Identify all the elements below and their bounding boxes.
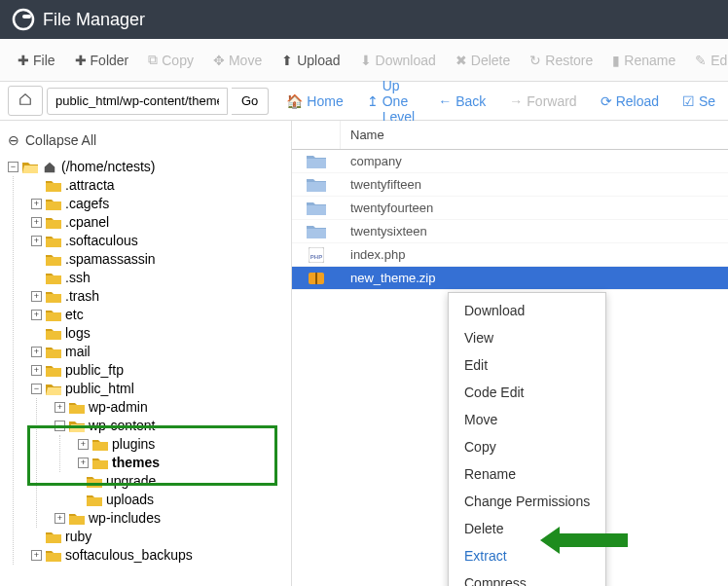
file-icon: PHP (292, 247, 341, 263)
tree-toggle[interactable]: + (31, 550, 42, 561)
app-title: File Manager (43, 10, 145, 30)
file-row[interactable]: company (292, 150, 728, 173)
tree-toggle[interactable]: − (8, 162, 18, 172)
download-button[interactable]: ⬇Download (350, 47, 446, 74)
reload-link[interactable]: ⟳Reload (591, 88, 669, 115)
tree-toggle[interactable]: + (31, 310, 42, 320)
context-menu-compress[interactable]: Compress (449, 569, 605, 586)
tree-item-label: public_ftp (65, 362, 124, 379)
tree-toggle[interactable]: − (31, 384, 42, 394)
file-name: twentysixteen (341, 224, 437, 238)
context-menu-move[interactable]: Move (449, 406, 605, 433)
tree-item-label: logs (65, 325, 91, 342)
folder-icon (46, 216, 61, 230)
folder-icon (46, 549, 61, 563)
tree-item-label: public_html (65, 381, 134, 397)
tree-item-logs[interactable]: logs (31, 324, 283, 343)
delete-button[interactable]: ✖Delete (446, 47, 520, 74)
folder-icon (46, 364, 61, 378)
context-menu-copy[interactable]: Copy (449, 433, 605, 460)
file-name: company (341, 154, 412, 168)
tree-toggle[interactable]: + (31, 217, 42, 228)
tree-item-label: .cpanel (65, 214, 109, 231)
folder-button[interactable]: ✚Folder (65, 47, 139, 74)
context-menu-rename[interactable]: Rename (449, 460, 605, 488)
tree-item-plugins[interactable]: +plugins (78, 435, 283, 454)
rename-button[interactable]: ▮Rename (602, 47, 685, 74)
forward-link[interactable]: →Forward (499, 88, 586, 115)
tree-item-mail[interactable]: +mail (31, 343, 283, 361)
path-input[interactable] (47, 88, 228, 115)
file-row[interactable]: twentyfifteen (292, 173, 728, 197)
svg-text:PHP: PHP (310, 254, 322, 260)
tree-toggle[interactable]: − (55, 421, 65, 431)
tree-item-label: upgrade (106, 473, 156, 490)
upload-button[interactable]: ⬆Upload (272, 47, 349, 74)
tree-toggle[interactable]: + (55, 513, 65, 524)
tree-toggle[interactable]: + (78, 439, 89, 450)
folder-icon (69, 512, 85, 526)
tree-item--trash[interactable]: +.trash (31, 287, 283, 306)
collapse-all-button[interactable]: ⊖ Collapse All (8, 128, 283, 158)
tree-toggle[interactable]: + (55, 402, 65, 413)
back-icon: ← (438, 93, 452, 109)
context-menu-download[interactable]: Download (449, 297, 605, 324)
tree-item--softaculous[interactable]: +.softaculous (31, 232, 283, 250)
tree-toggle[interactable]: + (78, 458, 89, 468)
tree-root-item[interactable]: −(/home/nctests) (8, 158, 283, 176)
folder-icon (46, 309, 61, 322)
restore-icon: ↻ (529, 53, 541, 68)
context-menu-extract[interactable]: Extract (449, 542, 605, 569)
tree-item-label: .attracta (65, 177, 115, 194)
tree-toggle[interactable]: + (31, 291, 42, 302)
check-icon: ☑ (682, 93, 695, 109)
tree-toggle[interactable]: + (31, 236, 42, 246)
move-button[interactable]: ✥Move (203, 47, 272, 74)
tree-item-themes[interactable]: +themes (78, 454, 283, 472)
tree-toggle[interactable]: + (31, 347, 42, 357)
back-link[interactable]: ←Back (428, 88, 495, 115)
context-menu-code-edit[interactable]: Code Edit (449, 379, 605, 406)
file-row[interactable]: twentyfourteen (292, 197, 728, 220)
tree-item-wp-includes[interactable]: +wp-includes (55, 509, 283, 528)
file-button[interactable]: ✚File (8, 47, 65, 74)
copy-button[interactable]: ⧉Copy (138, 46, 203, 74)
context-menu-edit[interactable]: Edit (449, 351, 605, 379)
file-row[interactable]: twentysixteen (292, 220, 728, 243)
tree-item--cagefs[interactable]: +.cagefs (31, 195, 283, 213)
tree-item--cpanel[interactable]: +.cpanel (31, 213, 283, 232)
tree-item--ssh[interactable]: .ssh (31, 269, 283, 287)
tree-item-public-ftp[interactable]: +public_ftp (31, 361, 283, 380)
tree-item-softaculous-backups[interactable]: +softaculous_backups (31, 546, 283, 565)
restore-button[interactable]: ↻Restore (520, 47, 602, 74)
file-row[interactable]: PHPindex.php (292, 243, 728, 267)
column-icon[interactable] (292, 121, 341, 149)
tree-item-wp-admin[interactable]: +wp-admin (55, 398, 283, 417)
context-menu-change-permissions[interactable]: Change Permissions (449, 488, 605, 515)
tree-toggle[interactable]: + (31, 199, 42, 209)
edit-button[interactable]: ✎Ed (685, 47, 728, 74)
tree-item-ruby[interactable]: ruby (31, 528, 283, 546)
context-menu-delete[interactable]: Delete (449, 515, 605, 542)
go-button[interactable]: Go (232, 88, 269, 115)
tree-item-upgrade[interactable]: upgrade (72, 472, 283, 491)
tree-toggle[interactable]: + (31, 365, 42, 376)
tree-item--spamassassin[interactable]: .spamassassin (31, 250, 283, 269)
folder-icon (87, 475, 102, 489)
context-menu-view[interactable]: View (449, 324, 605, 351)
tree-item-label: .softaculous (65, 233, 138, 249)
home-icon-button[interactable] (8, 86, 43, 116)
select-all-link[interactable]: ☑Se (673, 88, 725, 115)
home-link[interactable]: 🏠Home (276, 88, 352, 115)
tree-item--attracta[interactable]: .attracta (31, 176, 283, 195)
folder-open-icon (22, 161, 38, 174)
tree-item-wp-content[interactable]: −wp-content (55, 417, 283, 435)
tree-item-etc[interactable]: +etc (31, 306, 283, 324)
column-name[interactable]: Name (341, 128, 394, 142)
file-icon (292, 201, 341, 216)
svg-rect-1 (22, 15, 31, 18)
folder-icon (87, 494, 102, 507)
tree-item-public-html[interactable]: −public_html (31, 380, 283, 398)
tree-item-uploads[interactable]: uploads (72, 491, 283, 509)
file-row[interactable]: new_theme.zip (292, 267, 728, 290)
